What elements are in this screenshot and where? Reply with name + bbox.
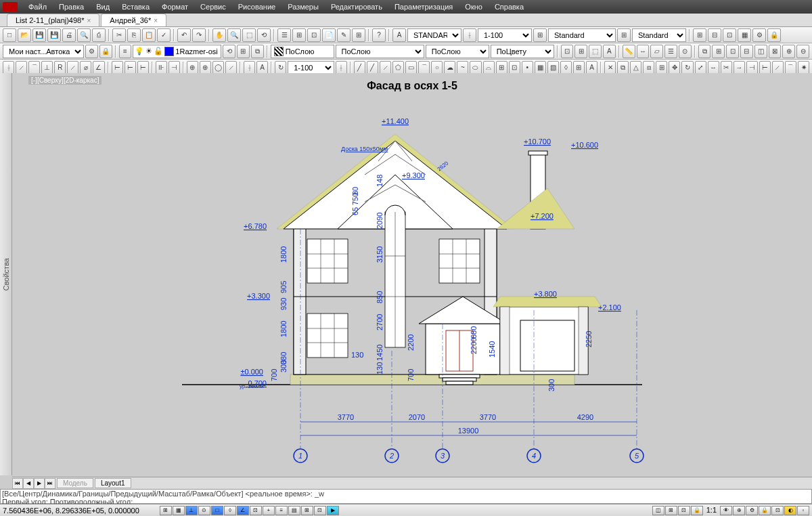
help-icon[interactable]: ? bbox=[372, 28, 386, 42]
tablestyle-icon[interactable]: ⊞ bbox=[617, 28, 631, 42]
polar-toggle[interactable]: ⊙ bbox=[198, 506, 210, 515]
drawing-canvas[interactable]: [-][Сверху][2D-каркас] Фасад в осях 1-5 bbox=[12, 73, 812, 475]
rotate-icon[interactable]: ↻ bbox=[681, 61, 693, 74]
window-icon[interactable]: ⊡ bbox=[723, 28, 736, 42]
chamfer-icon[interactable]: ⟋ bbox=[772, 61, 784, 74]
arc-icon[interactable]: ⌒ bbox=[418, 61, 430, 74]
layer-preset-select[interactable]: Мои наст...Автокада bbox=[3, 45, 84, 58]
text-style-select[interactable]: STANDARD bbox=[407, 28, 461, 42]
open-icon[interactable]: 📂 bbox=[18, 28, 31, 42]
saveas-icon[interactable]: 💾 bbox=[47, 28, 61, 42]
workspace-icon[interactable]: ⚙ bbox=[85, 45, 98, 58]
workspace-switch-icon[interactable]: ⚙ bbox=[746, 506, 758, 515]
tab-doc-0[interactable]: List 2-11_(planj)498*× bbox=[7, 14, 99, 26]
ref-icon[interactable]: ⊠ bbox=[769, 45, 782, 58]
tpy-toggle[interactable]: ▤ bbox=[288, 506, 300, 515]
dim-break-icon[interactable]: ⊣ bbox=[168, 61, 180, 74]
copy-obj-icon[interactable]: ⧉ bbox=[617, 61, 629, 74]
ellipsearc-icon[interactable]: ⌓ bbox=[483, 61, 495, 74]
osnap-toggle[interactable]: □ bbox=[211, 506, 223, 515]
array-icon[interactable]: ⊞ bbox=[656, 61, 667, 74]
ellipse-icon[interactable]: ⬭ bbox=[470, 61, 481, 74]
lineweight-select[interactable]: ПоСлою bbox=[426, 45, 489, 58]
menu-help[interactable]: Справка bbox=[489, 1, 529, 12]
quickview-icon[interactable]: ⊡ bbox=[678, 506, 690, 515]
dim-ang-icon[interactable]: ∠ bbox=[93, 61, 104, 74]
dim-base-icon[interactable]: ⊢ bbox=[125, 61, 136, 74]
trim-icon[interactable]: ✂ bbox=[721, 61, 732, 74]
dist-icon[interactable]: ↔ bbox=[637, 45, 650, 58]
new-icon[interactable]: □ bbox=[3, 28, 16, 42]
block-icon[interactable]: ⊞ bbox=[574, 45, 587, 58]
tolerance-icon[interactable]: ⊕ bbox=[187, 61, 198, 74]
hardware-icon[interactable]: ⊡ bbox=[771, 506, 784, 515]
ref-icon[interactable]: ⊡ bbox=[726, 45, 739, 58]
dim-ord-icon[interactable]: ⊥ bbox=[41, 61, 53, 74]
dim-arc-icon[interactable]: ⌒ bbox=[28, 61, 40, 74]
dim-linear-icon[interactable]: ⟊ bbox=[3, 61, 14, 74]
qp-toggle[interactable]: ⊞ bbox=[301, 506, 313, 515]
menu-view[interactable]: Вид bbox=[91, 1, 115, 12]
hatch-icon[interactable]: ▦ bbox=[535, 61, 546, 74]
lwt-toggle[interactable]: ≡ bbox=[275, 506, 288, 515]
props-icon[interactable]: ☰ bbox=[277, 28, 291, 42]
table-style-select[interactable]: Standard bbox=[632, 28, 686, 42]
offset-icon[interactable]: ⧈ bbox=[643, 61, 654, 74]
properties-palette[interactable]: Свойства bbox=[0, 73, 12, 475]
dyn-toggle[interactable]: + bbox=[263, 506, 275, 515]
tool-icon[interactable]: ⊡ bbox=[307, 28, 321, 42]
ref-icon[interactable]: ⊟ bbox=[740, 45, 753, 58]
dimupdate-icon[interactable]: ↻ bbox=[275, 61, 286, 74]
menu-dims[interactable]: Размеры bbox=[282, 1, 324, 12]
save-icon[interactable]: 💾 bbox=[32, 28, 46, 42]
tab-doc-1[interactable]: Андрей_36*× bbox=[101, 14, 166, 26]
layerstate-icon[interactable]: ⊞ bbox=[237, 45, 250, 58]
close-icon[interactable]: × bbox=[87, 17, 91, 24]
cut-icon[interactable]: ✂ bbox=[112, 28, 126, 42]
lock-icon[interactable]: 🔒 bbox=[99, 45, 112, 58]
print-icon[interactable]: 🖨 bbox=[62, 28, 76, 42]
move-icon[interactable]: ✥ bbox=[669, 61, 680, 74]
menu-draw[interactable]: Рисование bbox=[233, 1, 281, 12]
mtext-icon[interactable]: A bbox=[586, 61, 597, 74]
dim-aligned-icon[interactable]: ⟋ bbox=[16, 61, 27, 74]
polygon-icon[interactable]: ⬠ bbox=[392, 61, 404, 74]
am-toggle[interactable]: ▶ bbox=[327, 506, 339, 515]
insert-icon[interactable]: ⊞ bbox=[496, 61, 508, 74]
scale-icon[interactable]: ⤢ bbox=[695, 61, 706, 74]
annoadd-icon[interactable]: ⊕ bbox=[733, 506, 745, 515]
zoom-prev-icon[interactable]: ⟲ bbox=[257, 28, 271, 42]
rect-icon[interactable]: ▭ bbox=[405, 61, 417, 74]
region-icon[interactable]: ◊ bbox=[560, 61, 572, 74]
menu-param[interactable]: Параметризация bbox=[389, 1, 458, 12]
menu-modify[interactable]: Редактировать bbox=[325, 1, 388, 12]
viewport-label[interactable]: [-][Сверху][2D-каркас] bbox=[28, 76, 102, 85]
dim-scale-select[interactable]: 1-100 bbox=[478, 28, 532, 42]
close-icon[interactable]: × bbox=[154, 17, 158, 24]
extend-icon[interactable]: → bbox=[734, 61, 745, 74]
color-select[interactable]: ПоСлою bbox=[271, 45, 334, 58]
ref-icon[interactable]: ⊕ bbox=[782, 45, 795, 58]
paste-icon[interactable]: 📋 bbox=[142, 28, 156, 42]
measure-icon[interactable]: 📏 bbox=[623, 45, 635, 58]
layermgr-icon[interactable]: ≡ bbox=[119, 45, 132, 58]
revcloud-icon[interactable]: ☁ bbox=[444, 61, 455, 74]
sheet-icon[interactable]: 📄 bbox=[322, 28, 336, 42]
joglinear-icon[interactable]: ⟋ bbox=[225, 61, 237, 74]
redo-icon[interactable]: ↷ bbox=[192, 28, 206, 42]
tab-prev-icon[interactable]: ◀ bbox=[23, 478, 34, 489]
model-tab[interactable]: Модель bbox=[57, 478, 93, 488]
circle-icon[interactable]: ○ bbox=[431, 61, 443, 74]
table-icon[interactable]: ⊞ bbox=[573, 61, 585, 74]
dimstyle-icon[interactable]: ⟊ bbox=[336, 61, 347, 74]
tab-next-icon[interactable]: ▶ bbox=[34, 478, 45, 489]
join-icon[interactable]: ⊢ bbox=[759, 61, 771, 74]
clean-icon[interactable]: ▫ bbox=[797, 506, 809, 515]
dimedit-icon[interactable]: ⟊ bbox=[244, 61, 255, 74]
inspect-icon[interactable]: ◯ bbox=[212, 61, 224, 74]
mirror-icon[interactable]: △ bbox=[630, 61, 641, 74]
window-icon[interactable]: ▦ bbox=[738, 28, 751, 42]
block-icon[interactable]: ⬚ bbox=[589, 45, 602, 58]
centermark-icon[interactable]: ⊕ bbox=[200, 61, 211, 74]
quickview-icon[interactable]: ⊞ bbox=[665, 506, 677, 515]
